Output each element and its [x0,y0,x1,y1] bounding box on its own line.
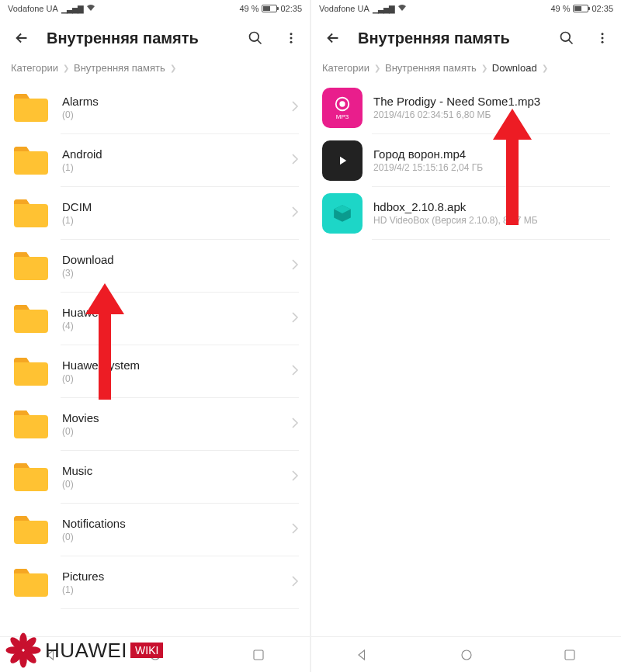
chevron-right-icon [291,469,299,485]
back-button[interactable] [322,27,344,49]
svg-point-6 [561,33,571,42]
folder-row[interactable]: Movies(0) [0,398,310,451]
folder-name: Android [62,147,280,162]
chevron-right-icon [291,311,299,327]
folder-list: Alarms(0)Android(1)DCIM(1)Download(3)Hua… [0,81,310,636]
file-row[interactable]: Город ворон.mp42019/4/2 15:15:16 2,04 ГБ [311,134,621,187]
nav-back-button[interactable] [340,643,387,667]
folder-count: (0) [62,425,280,438]
chevron-right-icon: ❯ [63,64,69,72]
wifi-icon [397,4,407,13]
chevron-right-icon: ❯ [374,64,380,72]
folder-count: (1) [62,161,280,175]
folder-icon [11,352,51,392]
carrier-label: Vodafone UA [319,4,369,13]
folder-icon [11,563,51,603]
folder-row[interactable]: Music(0) [0,451,310,504]
back-button[interactable] [11,27,33,49]
svg-rect-13 [565,650,574,660]
folder-icon [11,510,51,550]
signal-icon: ▁▃▅▇ [61,5,83,13]
nav-recent-button[interactable] [235,643,282,667]
status-bar: Vodafone UA ▁▃▅▇ 49 % 02:35 [311,0,621,17]
folder-row[interactable]: Android(1) [0,134,310,187]
file-meta: 2019/4/2 15:15:16 2,04 ГБ [373,161,610,175]
clock: 02:35 [592,4,613,13]
folder-row[interactable]: Alarms(0) [0,81,310,134]
svg-point-9 [602,41,604,43]
breadcrumb[interactable]: Категории ❯ Внутренняя память ❯ Download… [311,59,621,81]
chevron-right-icon [291,100,299,116]
file-row[interactable]: MP3The Prodigy - Need Some1.mp32019/4/16… [311,81,621,134]
folder-count: (1) [62,214,280,227]
folder-icon [11,140,51,181]
folder-name: Download [62,252,280,268]
folder-name: DCIM [62,199,280,215]
breadcrumb-item[interactable]: Внутренняя память [385,62,477,74]
folder-row[interactable]: Download(3) [0,240,310,293]
system-nav-bar [311,636,621,672]
folder-name: HuaweiSystem [62,358,280,373]
app-bar: Внутренняя память [0,17,310,59]
svg-point-12 [462,650,471,660]
svg-point-11 [340,102,345,106]
folder-name: Pictures [62,569,280,584]
nav-recent-button[interactable] [546,643,593,667]
search-button[interactable] [245,27,266,49]
folder-count: (4) [62,320,280,333]
logo-brand: HUAWEI [45,639,127,663]
file-meta: 2019/4/16 02:34:51 6,80 МБ [373,109,610,122]
folder-name: Music [62,463,280,479]
breadcrumb-item[interactable]: Категории [11,62,58,74]
folder-icon [11,88,51,128]
svg-point-1 [290,33,293,35]
carrier-label: Vodafone UA [8,4,58,13]
folder-count: (1) [62,584,280,597]
chevron-right-icon [291,258,299,274]
chevron-right-icon [291,364,299,379]
svg-point-7 [602,33,604,35]
folder-count: (0) [62,372,280,386]
chevron-right-icon [291,522,299,538]
more-button[interactable] [592,27,613,49]
folder-name: Huawei [62,305,280,320]
battery-percent: 49 % [239,4,258,13]
breadcrumb[interactable]: Категории ❯ Внутренняя память ❯ [0,59,310,81]
app-bar: Внутренняя память [311,17,621,59]
logo-wiki: WIKI [130,643,163,658]
page-title: Внутренняя память [47,29,231,47]
huawei-flower-icon [5,632,42,669]
search-button[interactable] [556,27,578,49]
folder-icon [11,404,51,445]
svg-rect-5 [254,650,263,660]
chevron-right-icon [291,417,299,432]
folder-row[interactable]: Notifications(0) [0,504,310,556]
breadcrumb-item[interactable]: Download [492,62,537,74]
left-screenshot: Vodafone UA ▁▃▅▇ 49 % 02:35 Внутренняя п… [0,0,310,672]
folder-row[interactable]: DCIM(1) [0,187,310,240]
battery-icon [573,5,588,12]
mp3-icon: MP3 [322,88,363,128]
svg-point-2 [290,37,293,40]
folder-name: Alarms [62,94,280,109]
file-row[interactable]: hdbox_2.10.8.apkHD VideoBox (Версия 2.10… [311,187,621,240]
folder-row[interactable]: Pictures(1) [0,556,310,609]
video-icon [322,140,363,181]
folder-row[interactable]: Huawei(4) [0,293,310,345]
folder-count: (3) [62,267,280,280]
chevron-right-icon: ❯ [481,64,487,72]
clock: 02:35 [280,4,302,13]
breadcrumb-item[interactable]: Внутренняя память [74,62,165,74]
folder-name: Notifications [62,516,280,532]
file-list: MP3The Prodigy - Need Some1.mp32019/4/16… [311,81,621,636]
nav-home-button[interactable] [443,643,490,667]
svg-point-0 [250,33,259,42]
breadcrumb-item[interactable]: Категории [322,62,369,74]
more-button[interactable] [280,27,302,49]
file-name: The Prodigy - Need Some1.mp3 [373,94,610,109]
apk-icon [322,193,363,234]
folder-row[interactable]: HuaweiSystem(0) [0,345,310,398]
chevron-right-icon [291,575,299,591]
file-name: hdbox_2.10.8.apk [373,199,610,215]
folder-count: (0) [62,531,280,544]
